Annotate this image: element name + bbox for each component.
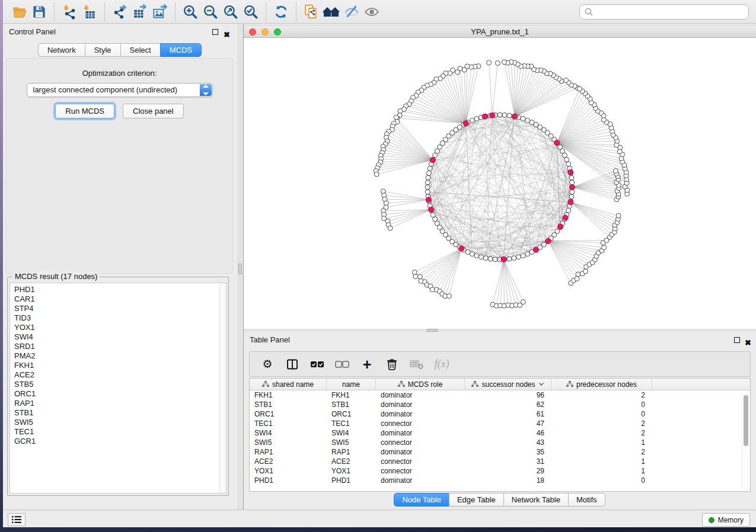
table-row[interactable]: SWI4SWI4dominator462	[250, 428, 750, 438]
toolbar-separator	[104, 3, 105, 21]
table-cell: TEC1	[327, 419, 376, 428]
delete-columns-button[interactable]	[384, 356, 400, 373]
first-neighbors-button[interactable]	[321, 2, 342, 22]
tab-select[interactable]: Select	[120, 43, 161, 57]
column-header-name[interactable]: name	[327, 379, 376, 390]
mcds-result-item[interactable]: SWI4	[14, 332, 219, 342]
table-row[interactable]: ORC1ORC1dominator610	[250, 409, 750, 419]
export-network-button[interactable]	[110, 2, 130, 22]
mcds-result-item[interactable]: TEC1	[14, 427, 219, 437]
namespace-icon	[262, 381, 269, 387]
mcds-result-item[interactable]: STB1	[14, 408, 219, 418]
mcds-result-item[interactable]: PMA2	[14, 351, 219, 361]
toolbar-separator	[54, 3, 55, 21]
deselect-all-button[interactable]	[334, 356, 350, 373]
tab-network[interactable]: Network	[38, 43, 85, 57]
mcds-result-item[interactable]: YOX1	[14, 323, 219, 332]
mcds-result-scrollbar[interactable]	[219, 283, 227, 493]
zoom-out-button[interactable]	[200, 2, 221, 22]
mcds-result-item[interactable]: SWI5	[14, 418, 219, 427]
mcds-result-item[interactable]: STP4	[14, 304, 219, 313]
apply-layout-button[interactable]	[271, 2, 291, 22]
zoom-in-button[interactable]	[180, 2, 200, 22]
tab-style[interactable]: Style	[85, 43, 121, 57]
mcds-result-item[interactable]: ORC1	[14, 389, 219, 399]
column-header-shared-name[interactable]: shared name	[250, 379, 327, 390]
tab-node-table[interactable]: Node Table	[394, 493, 449, 507]
mcds-result-item[interactable]: RAP1	[14, 399, 219, 408]
table-cell: 62	[465, 400, 551, 409]
table-scrollbar-thumb[interactable]	[744, 395, 748, 446]
network-graph[interactable]	[244, 38, 756, 329]
create-column-button[interactable]: +	[359, 356, 375, 373]
column-label: shared name	[272, 380, 314, 389]
search-input[interactable]	[594, 6, 748, 18]
table-row[interactable]: YOX1YOX1connector291	[250, 466, 750, 476]
save-session-button[interactable]	[29, 2, 49, 22]
import-network-button[interactable]	[59, 2, 79, 22]
zoom-selected-button[interactable]	[241, 2, 261, 22]
vertical-splitter[interactable]	[237, 24, 244, 509]
show-graphics-button[interactable]	[362, 2, 382, 22]
table-row[interactable]: PHD1PHD1dominator180	[250, 476, 750, 485]
memory-button[interactable]: Memory	[702, 513, 750, 527]
show-column-button[interactable]	[284, 356, 301, 373]
run-mcds-button[interactable]: Run MCDS	[55, 104, 114, 118]
table-row[interactable]: FKH1FKH1dominator962	[250, 390, 750, 400]
export-image-button[interactable]	[150, 2, 170, 22]
column-header-predecessor-nodes[interactable]: predecessor nodes	[551, 379, 652, 390]
table-cell: 96	[465, 391, 551, 399]
export-table-button[interactable]	[130, 2, 150, 22]
table-cell: 0	[551, 400, 652, 409]
mcds-result-item[interactable]: GCR1	[14, 437, 219, 446]
close-table-panel-icon[interactable]: ✖	[745, 335, 751, 351]
table-row[interactable]: STB1STB1dominator620	[250, 400, 750, 409]
search-box[interactable]	[579, 4, 749, 20]
table-row[interactable]: TEC1TEC1connector472	[250, 419, 750, 428]
column-header-mcds-role[interactable]: MCDS role	[376, 379, 465, 390]
function-builder-button[interactable]: f(x)	[433, 356, 450, 373]
zoom-fit-button[interactable]	[221, 2, 241, 22]
save-icon	[31, 4, 47, 20]
tab-edge-table[interactable]: Edge Table	[449, 493, 504, 507]
column-header-successor-nodes[interactable]: successor nodes	[465, 379, 551, 390]
memory-status-icon	[709, 517, 714, 523]
table-cell: dominator	[376, 391, 465, 399]
close-panel-button[interactable]: Close panel	[123, 104, 184, 118]
import-table-button[interactable]	[79, 2, 100, 22]
show-panels-button[interactable]	[8, 513, 25, 526]
network-titlebar: YPA_prune.txt_1	[244, 25, 756, 38]
tab-network-table[interactable]: Network Table	[503, 493, 569, 507]
select-all-button[interactable]	[309, 356, 326, 373]
splitter-handle[interactable]	[238, 264, 242, 274]
table-cell: FKH1	[327, 391, 376, 399]
column-label: successor nodes	[481, 380, 535, 389]
node-table-header: shared name name MCDS role successor nod…	[250, 379, 750, 390]
table-row[interactable]: RAP1RAP1dominator352	[250, 447, 750, 457]
float-panel-icon[interactable]	[212, 29, 218, 35]
mcds-result-item[interactable]: SRD1	[14, 342, 219, 351]
import-table-icon	[81, 4, 98, 20]
mcds-result-item[interactable]: TID3	[14, 313, 219, 323]
mcds-result-item[interactable]: STB5	[14, 380, 219, 389]
copy-network-button[interactable]	[301, 2, 321, 22]
tab-motifs[interactable]: Motifs	[568, 493, 605, 507]
mcds-result-item[interactable]: CAR1	[14, 294, 219, 304]
close-panel-icon[interactable]: ✖	[224, 27, 230, 43]
tab-mcds[interactable]: MCDS	[160, 43, 202, 57]
table-row[interactable]: SWI5SWI5connector431	[250, 438, 750, 447]
table-row[interactable]: ACE2ACE2connector311	[250, 457, 750, 466]
mcds-result-item[interactable]: FKH1	[14, 361, 219, 370]
cytoscape-window: Control Panel ✖ Network Style Select MCD…	[3, 0, 756, 527]
table-options-button[interactable]: ⚙	[259, 356, 276, 373]
float-table-panel-icon[interactable]	[734, 337, 740, 343]
delete-table-button[interactable]	[409, 356, 425, 373]
mcds-result-item[interactable]: ACE2	[14, 370, 219, 380]
open-file-button[interactable]	[9, 2, 29, 22]
mcds-result-item[interactable]: PHD1	[14, 285, 219, 294]
table-scrollbar[interactable]	[742, 393, 749, 489]
network-canvas[interactable]	[244, 38, 756, 329]
desktop: Control Panel ✖ Network Style Select MCD…	[0, 0, 756, 532]
hide-graphics-button[interactable]	[342, 2, 362, 22]
criterion-dropdown[interactable]: largest connected component (undirected)	[27, 83, 213, 97]
